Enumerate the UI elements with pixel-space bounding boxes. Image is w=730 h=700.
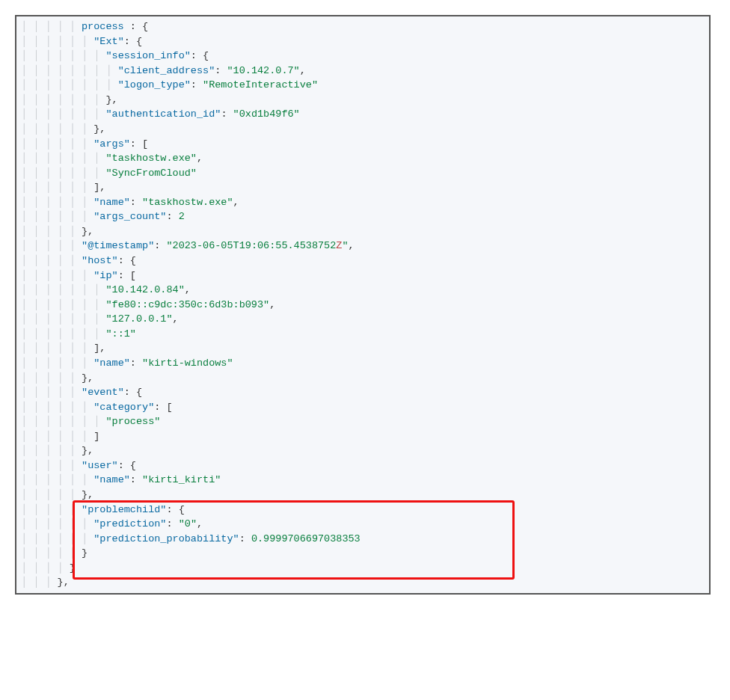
code-content: │ │ │ │ │ process : { │ │ │ │ │ │ "Ext":…: [16, 19, 709, 590]
val-timestamp: 2023-06-05T19:06:55.4538752: [173, 240, 337, 251]
code-line: │ │ │ │ │ },: [16, 371, 709, 386]
code-line: │ │ │ │ │ │ │ "127.0.0.1",: [16, 312, 709, 327]
code-line: │ │ │ │ │ "event": {: [16, 385, 709, 400]
code-line: │ │ │ },: [16, 575, 709, 590]
val-logon-type: RemoteInteractive: [209, 79, 312, 90]
key-name-proc: name: [99, 197, 123, 208]
val-args-count: 2: [179, 211, 185, 222]
key-category: category: [99, 402, 148, 413]
code-line: │ │ │ │ │ │ │ "fe80::c9dc:350c:6d3b:b093…: [16, 298, 709, 313]
code-line: │ │ │ │ │ │ "args_count": 2: [16, 209, 709, 224]
key-auth-id: authentication_id: [112, 108, 215, 120]
key-user-name: name: [99, 474, 123, 485]
code-line: │ │ │ │ │ "user": {: [16, 458, 709, 473]
code-line: │ │ │ │ │ "host": {: [16, 254, 709, 268]
val-args-0: taskhostw.exe: [112, 153, 191, 164]
val-process-name: taskhostw.exe: [148, 197, 227, 208]
val-timestamp-z: Z: [336, 240, 342, 251]
code-line: │ │ │ │ │ │ "name": "taskhostw.exe",: [16, 195, 709, 210]
val-host-name: kirti-windows: [148, 357, 227, 369]
val-user-name: kirti_kirti: [148, 474, 215, 485]
key-user: user: [88, 460, 111, 471]
code-line: │ │ │ │ │ },: [16, 443, 709, 458]
code-line: │ │ │ │ │ │ │ "SyncFromCloud": [16, 166, 709, 181]
val-ip-0: 10.142.0.84: [112, 284, 179, 295]
code-line: │ │ │ │ │ │ },: [16, 122, 709, 137]
code-line: │ │ │ │ │ │ "name": "kirti_kirti": [16, 473, 709, 488]
val-client-address: 10.142.0.7: [233, 65, 294, 76]
code-line: │ │ │ │ │ },: [16, 488, 709, 503]
val-category-0: process: [112, 416, 155, 427]
code-line: │ │ │ │ │ │ "category": [: [16, 400, 709, 415]
code-line: │ │ │ │ │ │ │ "session_info": {: [16, 49, 709, 64]
code-line: │ │ │ │ │ │ "name": "kirti-windows": [16, 356, 709, 371]
code-line: │ │ │ │ │ │ ]: [16, 429, 709, 444]
code-line: │ │ │ │ │ │ │ "::1": [16, 327, 709, 342]
val-ip-3: ::1: [112, 328, 130, 340]
code-line: │ │ │ │ }: [16, 561, 709, 576]
key-client-address: client_address: [124, 65, 209, 76]
code-line: │ │ │ │ │ "@timestamp": "2023-06-05T19:0…: [16, 239, 709, 254]
code-line: │ │ │ │ │ │ "ip": [: [16, 268, 709, 283]
key-session-info: session_info: [112, 50, 185, 61]
code-line: │ │ │ │ │ process : {: [16, 19, 709, 34]
code-line: │ │ │ │ │ │ │ "taskhostw.exe",: [16, 151, 709, 166]
key-args: args: [99, 138, 123, 150]
val-prediction: 0: [185, 518, 191, 529]
key-host-name: name: [99, 357, 123, 369]
val-auth-id: 0xd1b49f6: [239, 108, 294, 120]
code-line: │ │ │ │ │ │ │ "process": [16, 414, 709, 429]
code-line: │ │ │ │ │ │ │ │ "client_address": "10.14…: [16, 64, 709, 79]
code-line: │ │ │ │ │ │ │ "authentication_id": "0xd1…: [16, 107, 709, 122]
key-host: host: [88, 255, 111, 266]
code-line: │ │ │ │ │ │ "prediction": "0",: [16, 517, 709, 532]
code-line: │ │ │ │ │ │ │ },: [16, 93, 709, 108]
key-args-count: args_count: [99, 211, 160, 222]
code-line: │ │ │ │ │ "problemchild": {: [16, 503, 709, 518]
val-prediction-prob: 0.9999706697038353: [251, 533, 361, 544]
key-problemchild: problemchild: [88, 504, 160, 515]
code-line: │ │ │ │ │ │ │ │ "logon_type": "RemoteInt…: [16, 78, 709, 93]
key-ext: Ext: [99, 36, 117, 47]
code-line: │ │ │ │ │ },: [16, 224, 709, 239]
code-line: │ │ │ │ │ }: [16, 546, 709, 561]
code-line: │ │ │ │ │ │ ],: [16, 341, 709, 356]
val-args-1: SyncFromCloud: [112, 168, 191, 179]
code-line: │ │ │ │ │ │ │ "10.142.0.84",: [16, 283, 709, 298]
json-code-panel: │ │ │ │ │ process : { │ │ │ │ │ │ "Ext":…: [15, 15, 711, 595]
key-prediction: prediction: [99, 518, 160, 529]
code-line: │ │ │ │ │ │ "args": [: [16, 137, 709, 152]
key-prediction-prob: prediction_probability: [99, 533, 233, 544]
key-logon-type: logon_type: [124, 79, 185, 90]
key-process: process: [82, 21, 124, 32]
key-timestamp: @timestamp: [88, 240, 148, 251]
val-ip-2: 127.0.0.1: [112, 313, 167, 325]
code-line: │ │ │ │ │ │ "Ext": {: [16, 34, 709, 49]
val-ip-1: fe80::c9dc:350c:6d3b:b093: [112, 299, 264, 310]
code-line: │ │ │ │ │ │ "prediction_probability": 0.…: [16, 532, 709, 547]
key-event: event: [88, 387, 118, 398]
code-line: │ │ │ │ │ │ ],: [16, 180, 709, 195]
key-ip: ip: [99, 270, 111, 281]
